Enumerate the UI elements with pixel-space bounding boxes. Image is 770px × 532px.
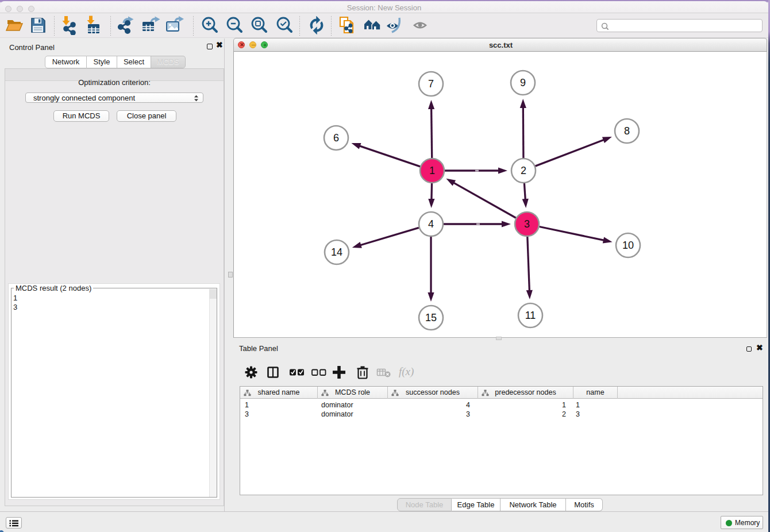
svg-text:6: 6	[333, 132, 339, 144]
svg-text:2: 2	[521, 165, 526, 176]
svg-text:15: 15	[425, 312, 437, 323]
svg-text:7: 7	[428, 78, 434, 90]
svg-text:4: 4	[428, 218, 434, 230]
svg-text:11: 11	[525, 310, 536, 321]
svg-text:3: 3	[524, 218, 530, 230]
svg-text:8: 8	[624, 125, 630, 137]
svg-text:14: 14	[331, 246, 342, 258]
svg-text:1: 1	[429, 165, 435, 176]
svg-text:10: 10	[622, 240, 634, 251]
svg-text:9: 9	[520, 77, 526, 88]
